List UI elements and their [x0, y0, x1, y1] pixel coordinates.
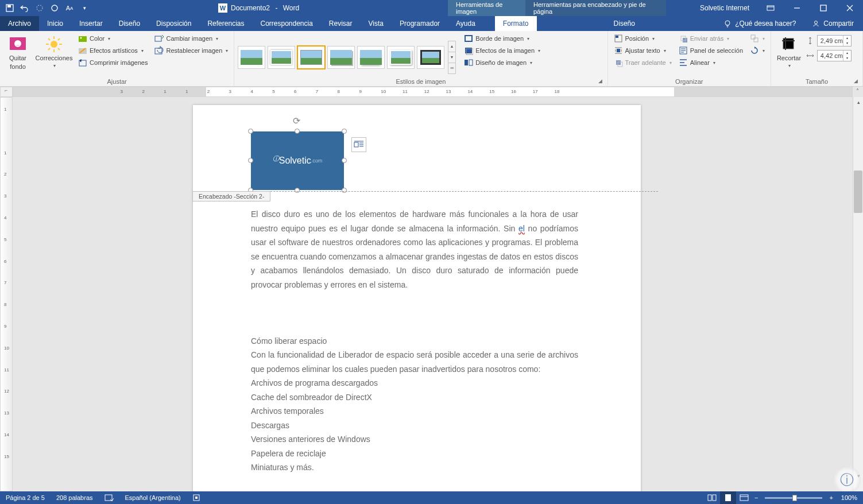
user-name[interactable]: Solvetic Internet: [692, 4, 757, 12]
gallery-down-button[interactable]: ▾: [448, 52, 455, 63]
gallery-more-button[interactable]: ═: [448, 63, 455, 73]
group-button[interactable]: ▾: [748, 33, 767, 44]
tab-layout[interactable]: Disposición: [148, 16, 199, 31]
maximize-button[interactable]: [810, 0, 837, 16]
scroll-thumb[interactable]: [854, 170, 862, 213]
picture-layout-button[interactable]: Diseño de imagen▾: [462, 57, 543, 68]
svg-rect-40: [740, 495, 748, 501]
ruler-corner[interactable]: ⌐: [0, 87, 13, 97]
lightbulb-icon: [723, 20, 732, 28]
corrections-button[interactable]: Correcciones ▾: [34, 33, 73, 77]
reset-image-button[interactable]: Restablecer imagen▾: [152, 45, 230, 56]
color-icon: [78, 34, 87, 43]
rotate-button[interactable]: ▾: [748, 45, 767, 56]
qat-customize-button[interactable]: ▾: [78, 2, 91, 14]
view-print-layout[interactable]: [720, 491, 736, 504]
tab-help[interactable]: Ayuda: [448, 16, 483, 31]
tab-design[interactable]: Diseño: [111, 16, 148, 31]
tab-developer[interactable]: Programador: [392, 16, 448, 31]
zoom-level[interactable]: 100%: [835, 494, 863, 501]
minimize-button[interactable]: [784, 0, 810, 16]
undo-button[interactable]: [18, 2, 31, 14]
picture-effects-button[interactable]: Efectos de la imagen▾: [462, 45, 543, 56]
compress-button[interactable]: Comprimir imágenes: [76, 57, 150, 68]
gallery-up-button[interactable]: ▴: [448, 41, 455, 52]
header-section-tag[interactable]: Encabezado -Sección 2-: [192, 191, 270, 201]
resize-handle[interactable]: [342, 158, 347, 163]
scroll-up-button[interactable]: ▴: [853, 97, 863, 107]
zoom-out-button[interactable]: −: [752, 494, 760, 501]
selection-pane-button[interactable]: Panel de selección: [676, 45, 745, 56]
tab-mailings[interactable]: Correspondencia: [252, 16, 320, 31]
style-thumb-5[interactable]: [357, 46, 385, 69]
dialog-launcher-size[interactable]: ◢: [852, 78, 859, 85]
wrap-text-button[interactable]: Ajustar texto▾: [612, 45, 674, 56]
redo-button[interactable]: [33, 2, 46, 14]
zoom-thumb[interactable]: [792, 495, 797, 501]
tab-references[interactable]: Referencias: [199, 16, 252, 31]
tab-file[interactable]: Archivo: [0, 16, 39, 31]
context-tab-image-tools[interactable]: Herramientas de imagen: [448, 0, 525, 16]
resize-handle[interactable]: [342, 129, 347, 134]
color-button[interactable]: Color▾: [76, 33, 150, 44]
status-language[interactable]: Español (Argentina): [119, 494, 187, 501]
document-canvas[interactable]: ⟳ ⓘSolvetic.com Encabezado -Sección 2- E…: [13, 97, 853, 491]
picture-border-button[interactable]: Borde de imagen▾: [462, 33, 543, 44]
status-macro-icon[interactable]: [187, 494, 206, 502]
save-button[interactable]: [3, 2, 16, 14]
zoom-slider[interactable]: [765, 497, 822, 499]
style-thumb-7[interactable]: [417, 46, 444, 69]
circle-icon[interactable]: [48, 2, 61, 14]
crop-button[interactable]: Recortar▾: [775, 33, 803, 77]
tab-hf-design[interactable]: Diseño: [606, 16, 643, 31]
status-words[interactable]: 208 palabras: [51, 494, 99, 501]
tab-format[interactable]: Formato: [495, 16, 537, 31]
ruler-horizontal[interactable]: 321123456789101112131415161718: [13, 87, 853, 97]
style-gallery: ▴ ▾ ═: [238, 33, 456, 77]
status-spell-icon[interactable]: [99, 494, 119, 502]
document-body-text[interactable]: El disco duro es uno de los elementos de…: [251, 207, 578, 475]
view-read-mode[interactable]: [704, 491, 720, 504]
tab-home[interactable]: Inicio: [39, 16, 71, 31]
style-thumb-3[interactable]: [297, 46, 325, 69]
position-button[interactable]: Posición▾: [612, 33, 674, 44]
artistic-effects-button[interactable]: Efectos artísticos▾: [76, 45, 150, 56]
align-button[interactable]: Alinear▾: [676, 57, 745, 68]
dialog-launcher-styles[interactable]: ◢: [597, 78, 604, 85]
close-button[interactable]: [837, 0, 863, 16]
share-button[interactable]: Compartir: [803, 20, 863, 28]
bring-forward-button[interactable]: Traer adelante▾: [612, 57, 674, 68]
change-image-button[interactable]: Cambiar imagen▾: [152, 33, 230, 44]
text-icon[interactable]: AA: [63, 2, 76, 14]
selected-image[interactable]: ⟳ ⓘSolvetic.com: [251, 131, 344, 190]
width-input[interactable]: 4,42 cm▴▾: [817, 50, 852, 61]
ruler-vertical[interactable]: 1123456789101112131415: [0, 97, 13, 491]
tell-me-input[interactable]: ¿Qué desea hacer?: [717, 20, 803, 28]
tab-view[interactable]: Vista: [361, 16, 392, 31]
vertical-scrollbar[interactable]: ▴ ▾: [853, 97, 863, 491]
send-backward-button[interactable]: Enviar atrás▾: [676, 33, 745, 44]
resize-handle[interactable]: [295, 129, 300, 134]
svg-rect-25: [616, 60, 621, 65]
view-web-layout[interactable]: [736, 491, 752, 504]
style-thumb-1[interactable]: [238, 46, 265, 69]
tab-review[interactable]: Revisar: [321, 16, 361, 31]
style-thumb-2[interactable]: [268, 46, 295, 69]
tab-insert[interactable]: Insertar: [71, 16, 111, 31]
svg-point-7: [815, 21, 818, 24]
resize-handle[interactable]: [295, 188, 300, 193]
resize-handle[interactable]: [342, 188, 347, 193]
style-thumb-4[interactable]: [327, 46, 355, 69]
style-thumb-6[interactable]: [387, 46, 415, 69]
height-input[interactable]: 2,49 cm▴▾: [817, 35, 852, 46]
zoom-in-button[interactable]: +: [827, 494, 835, 501]
resize-handle[interactable]: [248, 129, 253, 134]
status-page[interactable]: Página 2 de 5: [0, 494, 51, 501]
rotate-handle[interactable]: ⟳: [293, 115, 302, 125]
ribbon-display-button[interactable]: [757, 0, 784, 16]
resize-handle[interactable]: [248, 158, 253, 163]
sun-icon: [45, 35, 63, 53]
layout-options-button[interactable]: [351, 137, 366, 152]
remove-background-button[interactable]: Quitar fondo: [3, 33, 32, 77]
context-tab-header-footer-tools[interactable]: Herramientas para encabezado y pie de pá…: [525, 0, 666, 16]
